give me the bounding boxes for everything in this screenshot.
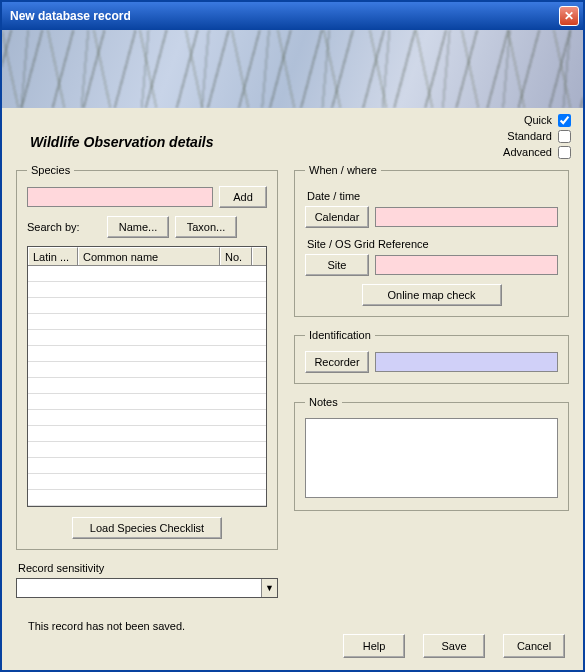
table-row <box>28 410 266 426</box>
site-button[interactable]: Site <box>305 254 369 276</box>
close-button[interactable]: ✕ <box>559 6 579 26</box>
table-row <box>28 282 266 298</box>
table-row <box>28 330 266 346</box>
view-options: Quick Standard Advanced <box>503 112 571 160</box>
chevron-down-icon: ▼ <box>261 579 277 597</box>
datetime-input[interactable] <box>375 207 558 227</box>
content-area: Quick Standard Advanced Wildlife Observa… <box>2 108 583 670</box>
table-row <box>28 266 266 282</box>
when-where-legend: When / where <box>305 164 381 176</box>
site-label: Site / OS Grid Reference <box>307 238 558 250</box>
add-button[interactable]: Add <box>219 186 267 208</box>
table-row <box>28 298 266 314</box>
search-by-label: Search by: <box>27 221 101 233</box>
table-row <box>28 378 266 394</box>
when-where-group: When / where Date / time Calendar Site /… <box>294 164 569 317</box>
calendar-button[interactable]: Calendar <box>305 206 369 228</box>
site-input[interactable] <box>375 255 558 275</box>
table-row <box>28 426 266 442</box>
map-check-button[interactable]: Online map check <box>362 284 502 306</box>
table-row <box>28 474 266 490</box>
sensitivity-select[interactable]: ▼ <box>16 578 278 598</box>
table-row <box>28 442 266 458</box>
search-taxon-button[interactable]: Taxon... <box>175 216 237 238</box>
load-checklist-button[interactable]: Load Species Checklist <box>72 517 222 539</box>
cancel-button[interactable]: Cancel <box>503 634 565 658</box>
sensitivity-value <box>17 579 261 597</box>
titlebar: New database record ✕ <box>2 2 583 30</box>
quick-label: Quick <box>524 114 552 126</box>
notes-group: Notes <box>294 396 569 511</box>
page-title: Wildlife Observation details <box>30 134 569 150</box>
table-row <box>28 458 266 474</box>
table-header: Latin ... Common name No. <box>28 247 266 266</box>
notes-legend: Notes <box>305 396 342 408</box>
species-input[interactable] <box>27 187 213 207</box>
col-no[interactable]: No. <box>220 247 252 265</box>
col-spacer <box>252 247 266 265</box>
identification-group: Identification Recorder <box>294 329 569 384</box>
col-latin[interactable]: Latin ... <box>28 247 78 265</box>
save-button[interactable]: Save <box>423 634 485 658</box>
table-row <box>28 362 266 378</box>
species-table-body[interactable] <box>28 266 266 506</box>
window-title: New database record <box>10 9 559 23</box>
status-message: This record has not been saved. <box>28 620 569 632</box>
recorder-button[interactable]: Recorder <box>305 351 369 373</box>
quick-checkbox[interactable] <box>558 114 571 127</box>
datetime-label: Date / time <box>307 190 558 202</box>
standard-checkbox[interactable] <box>558 130 571 143</box>
identification-legend: Identification <box>305 329 375 341</box>
app-window: New database record ✕ Quick Standard Adv… <box>0 0 585 672</box>
table-row <box>28 314 266 330</box>
close-icon: ✕ <box>564 9 574 23</box>
recorder-input[interactable] <box>375 352 558 372</box>
advanced-label: Advanced <box>503 146 552 158</box>
banner-image <box>2 30 583 108</box>
standard-label: Standard <box>507 130 552 142</box>
species-group: Species Add Search by: Name... Taxon... … <box>16 164 278 550</box>
search-name-button[interactable]: Name... <box>107 216 169 238</box>
sensitivity-label: Record sensitivity <box>18 562 278 574</box>
advanced-checkbox[interactable] <box>558 146 571 159</box>
table-row <box>28 346 266 362</box>
species-legend: Species <box>27 164 74 176</box>
help-button[interactable]: Help <box>343 634 405 658</box>
col-common[interactable]: Common name <box>78 247 220 265</box>
species-table: Latin ... Common name No. <box>27 246 267 507</box>
notes-textarea[interactable] <box>305 418 558 498</box>
table-row <box>28 394 266 410</box>
table-row <box>28 490 266 506</box>
